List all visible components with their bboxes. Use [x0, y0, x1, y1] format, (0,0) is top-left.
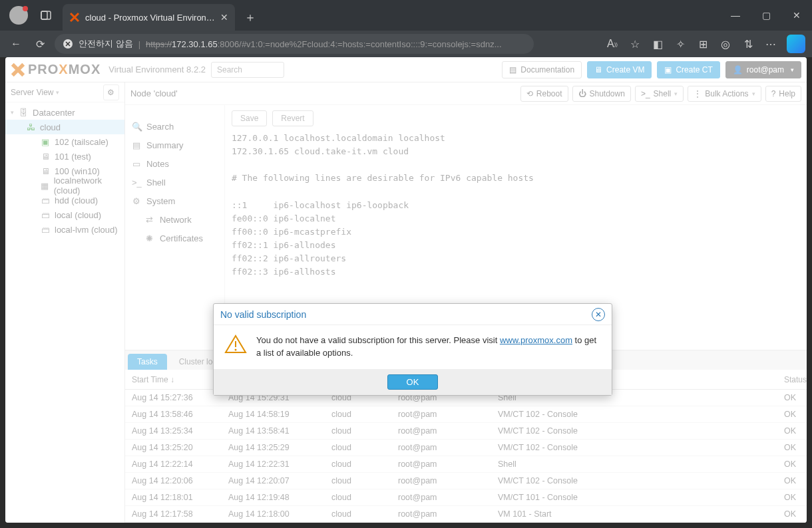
proxmox-favicon — [69, 12, 80, 23]
profile-avatar[interactable] — [9, 6, 28, 25]
dialog-title: No valid subscription — [220, 309, 306, 320]
insecure-icon — [63, 39, 73, 49]
favorite-icon[interactable]: ☆ — [626, 35, 644, 53]
subscription-dialog: No valid subscription ✕ You do not have … — [213, 303, 612, 396]
read-aloud-icon[interactable]: A)) — [603, 35, 622, 53]
dialog-message: You do not have a valid subscription for… — [256, 334, 601, 360]
tab-close-icon[interactable]: ✕ — [220, 12, 228, 23]
browser-toolbar: ← ⟳ 안전하지 않음 | https://172.30.1.65:8006/#… — [0, 31, 812, 57]
extensions-icon[interactable]: ⊞ — [694, 35, 712, 53]
dialog-close-icon[interactable]: ✕ — [592, 308, 605, 321]
copilot-icon[interactable] — [787, 35, 805, 53]
collections-icon[interactable]: ✧ — [671, 35, 690, 53]
security-warning: 안전하지 않음 — [79, 38, 133, 50]
browser-tabstrip: cloud - Proxmox Virtual Environ… ✕ ＋ — ▢… — [0, 0, 812, 31]
performance-icon[interactable]: ◎ — [716, 35, 735, 53]
ok-button[interactable]: OK — [387, 374, 439, 390]
window-minimize[interactable]: — — [720, 0, 751, 31]
svg-point-4 — [235, 349, 237, 351]
modal-backdrop — [5, 57, 807, 523]
browser-tab-active[interactable]: cloud - Proxmox Virtual Environ… ✕ — [63, 4, 235, 31]
nav-refresh[interactable]: ⟳ — [31, 35, 49, 53]
new-tab-button[interactable]: ＋ — [244, 9, 256, 31]
svg-rect-1 — [41, 11, 47, 19]
nav-back[interactable]: ← — [7, 35, 25, 53]
proxmox-link[interactable]: www.proxmox.com — [500, 335, 572, 345]
tab-title: cloud - Proxmox Virtual Environ… — [85, 13, 215, 23]
more-icon[interactable]: ⋯ — [761, 35, 780, 53]
tabspaces-icon[interactable] — [37, 7, 55, 24]
svg-rect-0 — [41, 11, 51, 19]
address-bar[interactable]: 안전하지 않음 | https://172.30.1.65:8006/#v1:0… — [55, 34, 534, 54]
url-text: https://172.30.1.65:8006/#v1:0:=node%2Fc… — [146, 39, 501, 49]
window-maximize[interactable]: ▢ — [751, 0, 781, 31]
warning-icon — [224, 334, 247, 354]
split-screen-icon[interactable]: ◧ — [648, 35, 667, 53]
window-close[interactable]: ✕ — [781, 0, 812, 31]
browser-sync-icon[interactable]: ⇅ — [739, 35, 757, 53]
